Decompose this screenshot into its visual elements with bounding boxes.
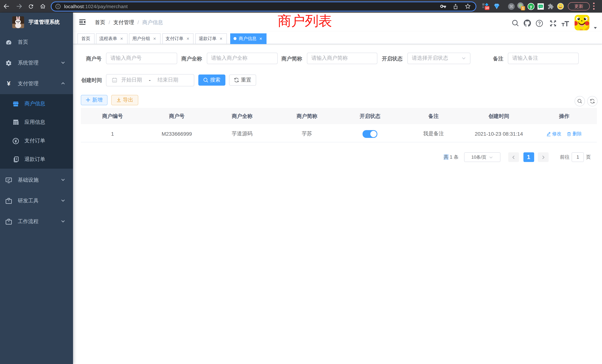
svg-text:10: 10 [485, 6, 489, 10]
svg-text:1: 1 [522, 6, 524, 10]
svg-text:y: y [530, 4, 532, 9]
svg-text:⌘: ⌘ [509, 4, 513, 9]
